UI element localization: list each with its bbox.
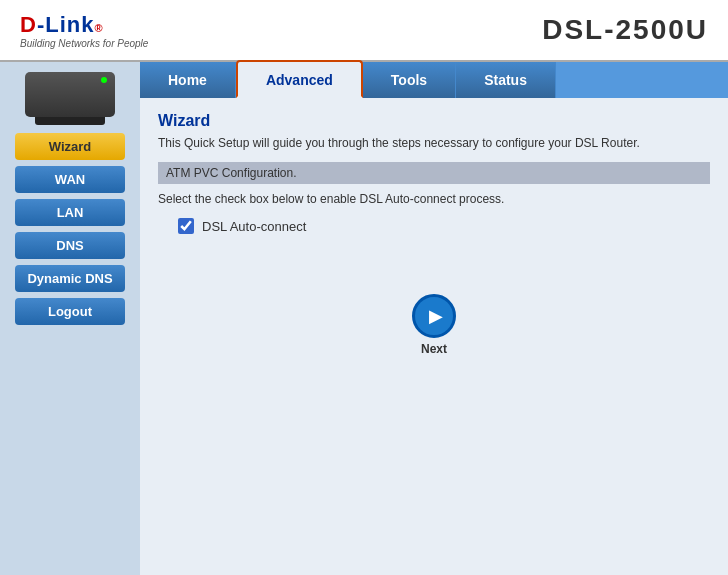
sidebar-btn-dns[interactable]: DNS [15,232,125,259]
sidebar-btn-wizard[interactable]: Wizard [15,133,125,160]
wizard-desc: This Quick Setup will guide you through … [158,136,710,150]
tab-bar: Home Advanced Tools Status [140,62,728,98]
checkbox-row: DSL Auto-connect [158,218,710,234]
section-desc: Select the check box below to enable DSL… [158,192,710,206]
next-icon [412,294,456,338]
sidebar: Wizard WAN LAN DNS Dynamic DNS Logout [0,62,140,575]
content-body: Wizard This Quick Setup will guide you t… [140,98,728,575]
router-light [101,77,107,83]
wizard-title: Wizard [158,112,710,130]
sidebar-btn-dynamic-dns[interactable]: Dynamic DNS [15,265,125,292]
content-area: Home Advanced Tools Status Wizard This Q… [140,62,728,575]
logo-tagline: Building Networks for People [20,38,148,49]
tab-advanced[interactable]: Advanced [236,60,363,98]
logo: D-Link® [20,12,148,38]
dsl-autoconnect-checkbox[interactable] [178,218,194,234]
logo-area: D-Link® Building Networks for People [20,12,148,49]
header: D-Link® Building Networks for People DSL… [0,0,728,62]
product-title: DSL-2500U [542,14,708,46]
router-image [25,72,115,117]
next-area: Next [158,294,710,356]
dsl-autoconnect-label: DSL Auto-connect [202,219,306,234]
sidebar-btn-logout[interactable]: Logout [15,298,125,325]
section-header: ATM PVC Configuration. [158,162,710,184]
sidebar-btn-lan[interactable]: LAN [15,199,125,226]
sidebar-btn-wan[interactable]: WAN [15,166,125,193]
tab-home[interactable]: Home [140,62,236,98]
main-layout: Wizard WAN LAN DNS Dynamic DNS Logout Ho… [0,62,728,575]
tab-status[interactable]: Status [456,62,556,98]
next-button[interactable]: Next [412,294,456,356]
tab-tools[interactable]: Tools [363,62,456,98]
next-label: Next [421,342,447,356]
